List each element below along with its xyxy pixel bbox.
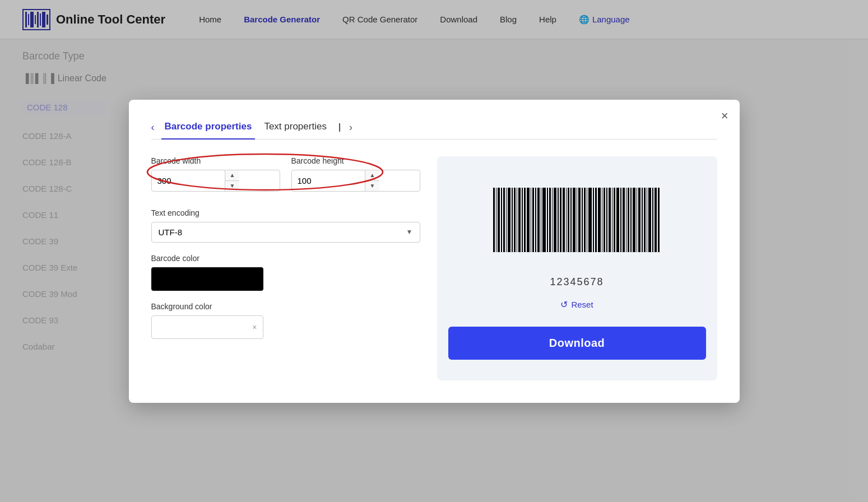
barcode-color-label: Barcode color — [151, 254, 420, 263]
barcode-color-swatch[interactable] — [151, 267, 263, 291]
svg-rect-26 — [560, 188, 561, 252]
svg-rect-3 — [498, 188, 500, 252]
svg-rect-53 — [633, 188, 635, 252]
svg-rect-29 — [568, 188, 569, 252]
background-color-label: Background color — [151, 302, 420, 311]
svg-rect-56 — [642, 188, 643, 252]
svg-rect-47 — [616, 188, 619, 252]
svg-rect-44 — [609, 188, 611, 252]
barcode-image — [493, 182, 661, 272]
svg-rect-45 — [612, 188, 612, 252]
width-decrement-btn[interactable]: ▼ — [225, 181, 240, 191]
tab-next-arrow[interactable]: › — [349, 122, 352, 133]
text-encoding-group: Text encoding UTF-8 ▼ — [151, 208, 420, 243]
svg-rect-48 — [620, 188, 621, 252]
dimensions-row: Barcode width ▲ ▼ Barcode height — [151, 156, 420, 192]
text-encoding-select[interactable]: UTF-8 ▼ — [151, 222, 420, 243]
svg-rect-30 — [570, 188, 572, 252]
svg-rect-32 — [577, 188, 577, 252]
barcode-height-group: Barcode height ▲ ▼ — [291, 156, 420, 192]
height-increment-btn[interactable]: ▲ — [365, 170, 380, 181]
background-color-group: Background color × — [151, 302, 420, 339]
svg-rect-27 — [563, 188, 565, 252]
barcode-height-input-wrapper: ▲ ▼ — [291, 170, 420, 192]
svg-rect-43 — [606, 188, 607, 252]
svg-rect-18 — [537, 188, 540, 252]
svg-rect-31 — [573, 188, 575, 252]
svg-rect-57 — [644, 188, 646, 252]
svg-rect-34 — [582, 188, 583, 252]
modal-overlay[interactable]: × ‹ Barcode properties Text properties I… — [0, 0, 868, 502]
svg-rect-49 — [623, 188, 625, 252]
modal: × ‹ Barcode properties Text properties I… — [129, 100, 740, 403]
svg-rect-13 — [524, 188, 526, 252]
svg-rect-55 — [638, 188, 640, 252]
select-chevron-icon: ▼ — [406, 228, 413, 236]
modal-close-button[interactable]: × — [721, 110, 728, 122]
svg-rect-21 — [547, 188, 548, 252]
height-decrement-btn[interactable]: ▼ — [365, 181, 380, 191]
svg-rect-62 — [658, 188, 660, 252]
svg-rect-17 — [535, 188, 536, 252]
svg-rect-23 — [552, 188, 553, 252]
svg-rect-58 — [647, 188, 647, 252]
svg-rect-54 — [637, 188, 637, 252]
barcode-width-input-wrapper: ▲ ▼ — [151, 170, 280, 192]
tab-prev-arrow[interactable]: ‹ — [151, 122, 155, 133]
tab-separator: I — [338, 120, 341, 135]
barcode-width-input[interactable] — [152, 171, 225, 190]
color-clear-icon[interactable]: × — [252, 323, 257, 332]
text-encoding-value: UTF-8 — [159, 227, 183, 237]
reset-button[interactable]: ↺ Reset — [560, 299, 593, 310]
modal-body: Barcode width ▲ ▼ Barcode height — [151, 156, 717, 380]
text-encoding-label: Text encoding — [151, 208, 420, 217]
modal-right-panel: 12345678 ↺ Reset Download — [437, 156, 717, 380]
svg-rect-20 — [542, 188, 546, 252]
svg-rect-19 — [541, 188, 541, 252]
svg-rect-42 — [604, 188, 605, 252]
svg-rect-61 — [655, 188, 657, 252]
tab-barcode-properties[interactable]: Barcode properties — [161, 117, 256, 139]
barcode-height-label: Barcode height — [291, 156, 420, 165]
svg-rect-6 — [506, 188, 507, 252]
svg-rect-22 — [549, 188, 551, 252]
svg-rect-12 — [522, 188, 523, 252]
svg-rect-14 — [527, 188, 530, 252]
svg-rect-33 — [578, 188, 581, 252]
barcode-preview: 12345678 — [493, 182, 661, 288]
reset-icon: ↺ — [560, 299, 568, 310]
svg-rect-7 — [508, 188, 510, 252]
svg-rect-60 — [652, 188, 653, 252]
svg-rect-10 — [517, 188, 517, 252]
modal-tabs: ‹ Barcode properties Text properties I › — [151, 117, 717, 140]
svg-rect-39 — [595, 188, 597, 252]
background-color-swatch[interactable]: × — [151, 315, 263, 339]
svg-rect-37 — [588, 188, 592, 252]
svg-rect-41 — [602, 188, 602, 252]
svg-rect-28 — [566, 188, 567, 252]
height-spinners: ▲ ▼ — [365, 170, 380, 191]
svg-rect-46 — [614, 188, 615, 252]
modal-left-panel: Barcode width ▲ ▼ Barcode height — [151, 156, 420, 380]
svg-rect-59 — [648, 188, 651, 252]
svg-rect-38 — [593, 188, 594, 252]
svg-rect-16 — [532, 188, 534, 252]
barcode-height-input[interactable] — [292, 171, 365, 190]
svg-rect-1 — [493, 188, 495, 252]
svg-rect-52 — [630, 188, 632, 252]
svg-rect-25 — [558, 188, 559, 252]
barcode-width-group: Barcode width ▲ ▼ — [151, 156, 280, 192]
svg-rect-36 — [587, 188, 587, 252]
download-button[interactable]: Download — [448, 327, 706, 360]
svg-rect-15 — [531, 188, 531, 252]
barcode-number: 12345678 — [550, 276, 604, 288]
svg-rect-9 — [514, 188, 516, 252]
width-increment-btn[interactable]: ▲ — [225, 170, 240, 181]
svg-rect-8 — [512, 188, 513, 252]
svg-rect-11 — [518, 188, 521, 252]
tab-text-properties[interactable]: Text properties — [261, 117, 330, 139]
svg-rect-35 — [584, 188, 586, 252]
svg-rect-40 — [598, 188, 601, 252]
svg-rect-5 — [503, 188, 505, 252]
svg-rect-51 — [628, 188, 629, 252]
